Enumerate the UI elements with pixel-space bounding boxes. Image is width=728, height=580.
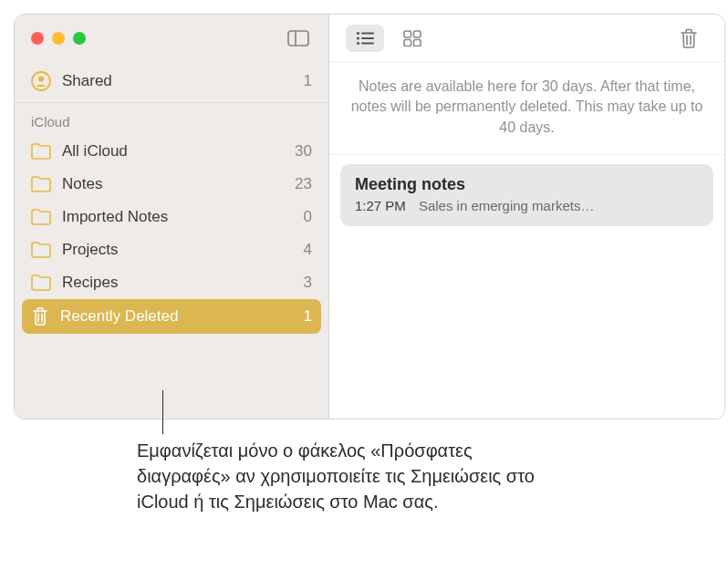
sidebar-item-recipes[interactable]: Recipes 3 [15,266,328,299]
maximize-button[interactable] [73,32,86,45]
svg-rect-13 [414,39,421,46]
trash-icon [680,27,698,49]
sidebar-item-all-icloud[interactable]: All iCloud 30 [15,135,328,168]
minimize-button[interactable] [52,32,65,45]
delete-button[interactable] [670,25,708,52]
svg-point-4 [357,31,359,34]
list-view-button[interactable] [346,25,384,52]
sidebar-section-header: iCloud [15,103,328,135]
sidebar-item-label: Recently Deleted [60,307,178,326]
svg-point-6 [357,36,359,39]
gallery-view-button[interactable] [393,25,432,52]
sidebar-item-count: 3 [304,274,312,292]
sidebar-item-notes[interactable]: Notes 23 [15,168,328,201]
folder-icon [31,143,51,160]
main-panel: Notes are available here for 30 days. Af… [329,15,724,419]
folder-icon [31,176,51,192]
svg-point-8 [357,41,359,44]
sidebar-item-count: 30 [295,142,312,161]
sidebar-item-projects[interactable]: Projects 4 [15,233,328,266]
sidebar-item-count: 0 [304,208,312,226]
sidebar-item-label: All iCloud [62,142,128,161]
shared-icon [31,71,51,91]
deletion-notice: Notes are available here for 30 days. Af… [329,62,724,155]
sidebar-item-count: 1 [304,307,312,326]
sidebar-item-count: 1 [304,72,312,90]
sidebar-item-recently-deleted[interactable]: Recently Deleted 1 [22,299,321,334]
sidebar-item-imported-notes[interactable]: Imported Notes 0 [15,201,328,233]
note-subtitle: 1:27 PM Sales in emerging markets… [355,198,699,213]
sidebar-item-count: 4 [304,241,312,259]
close-button[interactable] [31,32,44,45]
sidebar-item-label: Projects [62,241,118,259]
list-icon [356,31,374,46]
grid-icon [403,30,421,47]
sidebar-item-label: Shared [62,72,112,90]
callout-text: Εμφανίζεται μόνο ο φάκελος «Πρόσφατες δι… [137,419,556,514]
sidebar: Shared 1 iCloud All iCloud 30 Notes 23 I… [15,15,329,419]
sidebar-item-label: Recipes [62,274,118,292]
note-item[interactable]: Meeting notes 1:27 PM Sales in emerging … [340,164,713,226]
main-toolbar [329,15,724,62]
svg-rect-12 [404,39,411,46]
sidebar-item-label: Notes [62,175,102,193]
sidebar-toggle-button[interactable] [285,28,312,48]
svg-rect-10 [404,31,411,37]
trash-icon [31,306,49,326]
folder-icon [31,209,51,225]
svg-point-3 [38,77,44,82]
titlebar [15,15,328,62]
callout: Εμφανίζεται μόνο ο φάκελος «Πρόσφατες δι… [137,419,556,514]
sidebar-item-label: Imported Notes [62,208,168,226]
sidebar-toggle-icon [287,30,309,47]
folder-icon [31,242,51,258]
notes-window: Shared 1 iCloud All iCloud 30 Notes 23 I… [14,14,725,419]
sidebar-item-count: 23 [295,175,312,193]
svg-rect-11 [414,31,421,37]
note-time: 1:27 PM [355,198,406,213]
folder-icon [31,274,51,291]
note-title: Meeting notes [355,175,699,194]
note-preview: Sales in emerging markets… [419,198,595,213]
sidebar-item-shared[interactable]: Shared 1 [15,62,328,103]
svg-rect-0 [288,31,308,46]
